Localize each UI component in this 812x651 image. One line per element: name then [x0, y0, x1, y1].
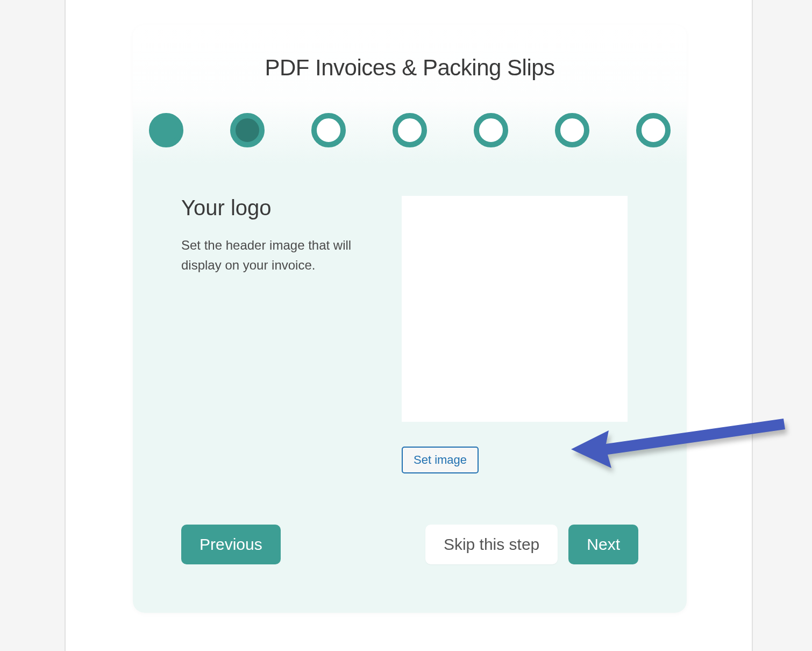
step-dot-2[interactable]	[230, 113, 265, 147]
step-dot-3[interactable]	[311, 113, 346, 147]
wizard-body: Your logo Set the header image that will…	[133, 164, 687, 613]
step-dot-6[interactable]	[555, 113, 589, 147]
step-dot-5[interactable]	[474, 113, 508, 147]
outer-panel: PDF Invoices & Packing Slips Your logo S…	[65, 0, 753, 651]
previous-button[interactable]: Previous	[181, 525, 281, 564]
section-title: Your logo	[181, 196, 364, 220]
step-dot-7[interactable]	[636, 113, 671, 147]
wizard-footer: Previous Skip this step Next	[181, 525, 638, 564]
section-description: Set the header image that will display o…	[181, 235, 364, 275]
wizard-title: PDF Invoices & Packing Slips	[144, 55, 676, 81]
step-dot-4[interactable]	[393, 113, 427, 147]
logo-preview	[402, 196, 628, 422]
stepper	[133, 97, 687, 164]
wizard-header: PDF Invoices & Packing Slips	[133, 25, 687, 97]
content-row: Your logo Set the header image that will…	[181, 196, 638, 473]
next-button[interactable]: Next	[568, 525, 638, 564]
content-right: Set image	[402, 196, 638, 473]
content-left: Your logo Set the header image that will…	[181, 196, 364, 473]
skip-button[interactable]: Skip this step	[425, 525, 558, 564]
step-dot-1[interactable]	[149, 113, 183, 147]
footer-right: Skip this step Next	[425, 525, 638, 564]
set-image-button[interactable]: Set image	[402, 447, 479, 473]
wizard-card: PDF Invoices & Packing Slips Your logo S…	[133, 25, 687, 613]
